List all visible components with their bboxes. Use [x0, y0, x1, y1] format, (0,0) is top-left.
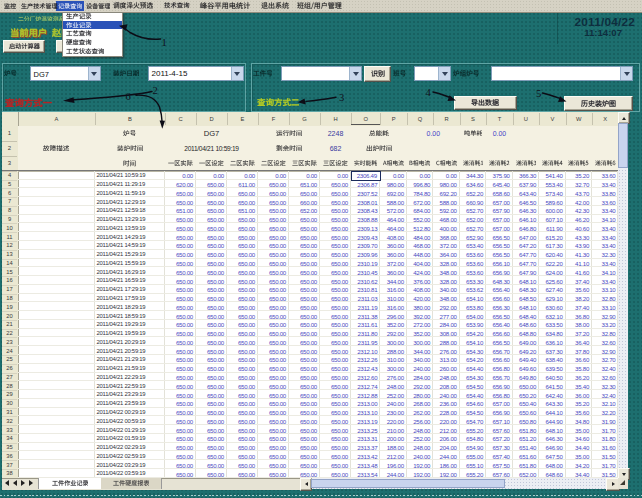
svg-text:4: 4 [426, 87, 432, 98]
svg-text:3: 3 [339, 92, 344, 103]
svg-text:6: 6 [126, 91, 131, 102]
svg-text:2: 2 [153, 85, 158, 96]
svg-text:5: 5 [536, 88, 541, 99]
svg-text:1: 1 [162, 37, 167, 48]
